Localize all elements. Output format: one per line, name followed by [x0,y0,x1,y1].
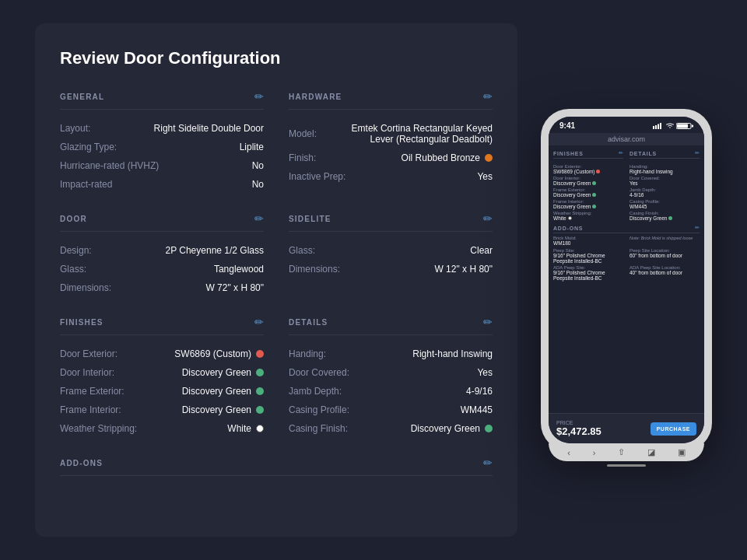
phone-content: FINISHES ✏ DETAILS ✏ Door Exterior: SW68… [549,145,704,413]
phone-frame-interior: Frame Interior: Discovery Green [553,199,623,209]
door-label: DOOR [60,215,87,223]
phone-price-block: PRICE $2,472.85 [556,420,601,437]
phone-finishes-header: FINISHES ✏ [553,150,623,159]
card-title: Review Door Configuration [60,48,493,68]
phone-details-label: DETAILS [630,151,657,156]
phone-jamb-depth: Jamb Depth: 4-9/16 [630,187,700,198]
general-row-hurricane: Hurricane-rated (HVHZ) No [60,156,264,175]
addons-label: ADD-ONS [60,459,103,467]
svg-rect-3 [660,123,661,129]
phone-nav-bar: ‹ › ⇧ ◪ ▣ [549,443,704,461]
details-row-casing-finish: Casing Finish: Discovery Green [289,419,493,438]
svg-rect-1 [655,125,657,129]
phone-casing-finish: Casing Finish: Discovery Green [630,211,700,221]
svg-rect-6 [692,124,693,127]
general-row-layout: Layout: Right Sidelite Double Door [60,119,264,138]
phone-bookmark-button[interactable]: ◪ [647,447,655,457]
door-section: DOOR ✏ Design: 2P Cheyenne 1/2 Glass Gla… [60,212,264,297]
finishes-row-weather: Weather Stripping: White [60,419,264,438]
svg-rect-5 [677,124,688,128]
finishes-row-exterior: Door Exterior: SW6869 (Custom) [60,345,264,363]
phone-door-interior: Door Interior: Discovery Green [553,176,623,186]
phone-addons-edit[interactable]: ✏ [695,225,700,231]
general-edit-icon[interactable]: ✏ [254,90,264,103]
sidelite-row-dimensions: Dimensions: W 12" x H 80" [289,260,493,278]
addons-edit-icon[interactable]: ✏ [483,457,493,469]
hardware-row-inactive: Inactive Prep: Yes [289,167,493,186]
phone-addons-label: ADD-ONS [553,226,583,231]
phone-door-covered: Door Covered: Yes [630,176,700,186]
finishes-row-frame-exterior: Frame Exterior: Discovery Green [60,382,264,401]
phone-details-edit[interactable]: ✏ [695,150,700,156]
phone-address-bar: advisar.com [549,133,704,145]
hardware-label: HARDWARE [289,93,342,101]
phone-brick-note: Note: Brick Mold is shipped loose [630,236,700,246]
hardware-section: HARDWARE ✏ Model: Emtek Cortina Rectangu… [289,90,493,194]
phone-finishes-edit[interactable]: ✏ [619,150,623,156]
finishes-row-frame-interior: Frame Interior: Discovery Green [60,401,264,419]
details-row-jamb: Jamb Depth: 4-9/16 [289,382,493,401]
phone-addons-header: ADD-ONS ✏ [553,225,700,233]
phone-peep-site: Peep Site: 9/16" Polished Chrome Peepsit… [553,248,623,264]
details-section: DETAILS ✏ Handing: Right-hand Inswing Do… [289,316,493,438]
finishes-edit-icon[interactable]: ✏ [254,316,264,328]
phone-purchase-button[interactable]: PURCHASE [651,422,696,436]
door-edit-icon[interactable]: ✏ [254,212,264,225]
phone-handing: Handing: Right-hand Inswing [630,164,700,174]
phone-door-exterior: Door Exterior: SW6869 (Custom) [553,164,623,174]
sidelite-label: SIDELITE [289,215,331,223]
sidelite-section: SIDELITE ✏ Glass: Clear Dimensions: W 12… [289,212,493,297]
svg-rect-0 [653,126,654,129]
phone-frame-exterior: Frame Exterior: Discovery Green [553,187,623,198]
sidelite-edit-icon[interactable]: ✏ [483,212,493,225]
finishes-section: FINISHES ✏ Door Exterior: SW6869 (Custom… [60,316,264,438]
phone-brick-mold: Brick Mold: WM180 [553,236,623,246]
wifi-icon [666,123,674,129]
phone-back-button[interactable]: ‹ [567,448,570,457]
details-row-covered: Door Covered: Yes [289,363,493,382]
phone-status-bar: 9:41 [549,117,704,133]
addons-section: ADD-ONS ✏ [60,457,493,476]
phone-url: advisar.com [608,135,645,143]
phone-status-icons [653,122,693,130]
phone-share-button[interactable]: ⇧ [618,447,625,457]
finishes-row-interior: Door Interior: Discovery Green [60,363,264,382]
phone-weather-stripping: Weather Stripping: White [553,211,623,221]
phone-time: 9:41 [559,121,575,130]
door-row-dimensions: Dimensions: W 72" x H 80" [60,278,264,297]
details-row-casing-profile: Casing Profile: WM445 [289,401,493,419]
phone-casing-profile: Casing Profile: WM445 [630,199,700,209]
phone-details-header: DETAILS ✏ [630,150,700,159]
phone-price: $2,472.85 [556,425,601,437]
phone-home-bar [607,464,646,467]
battery-icon [676,122,693,130]
review-card: Review Door Configuration GENERAL ✏ Layo… [35,23,517,537]
signal-icon [653,123,664,129]
general-label: GENERAL [60,93,104,101]
hardware-row-finish: Finish: Oil Rubbed Bronze [289,149,493,167]
phone-frame: 9:41 [541,109,712,451]
sidelite-row-glass: Glass: Clear [289,241,493,260]
phone-ada-site: ADA Peep Site: 9/16" Polished Chrome Pee… [553,265,623,281]
general-row-glazing: Glazing Type: Liplite [60,138,264,156]
details-row-handing: Handing: Right-hand Inswing [289,345,493,363]
phone-peep-location: Peep Site Location: 60" from bottom of d… [630,248,700,264]
phone-mockup: 9:41 [541,109,712,451]
hardware-edit-icon[interactable]: ✏ [483,90,493,103]
svg-rect-2 [658,124,659,129]
phone-finishes-label: FINISHES [553,151,584,156]
door-row-design: Design: 2P Cheyenne 1/2 Glass [60,241,264,260]
phone-ada-location: ADA Peep Site Location: 40" from bottom … [630,265,700,281]
door-row-glass: Glass: Tanglewood [60,260,264,278]
details-edit-icon[interactable]: ✏ [483,316,493,328]
phone-screen: 9:41 [549,117,704,443]
general-row-impact: Impact-rated No [60,175,264,194]
details-label: DETAILS [289,318,328,327]
hardware-row-model: Model: Emtek Cortina Rectangular Keyed L… [289,119,493,149]
general-section: GENERAL ✏ Layout: Right Sidelite Double … [60,90,264,194]
phone-tabs-button[interactable]: ▣ [678,447,686,457]
phone-footer: PRICE $2,472.85 PURCHASE [549,413,704,443]
finishes-label: FINISHES [60,318,103,327]
phone-forward-button[interactable]: › [593,448,596,457]
phone-price-label: PRICE [556,420,601,425]
